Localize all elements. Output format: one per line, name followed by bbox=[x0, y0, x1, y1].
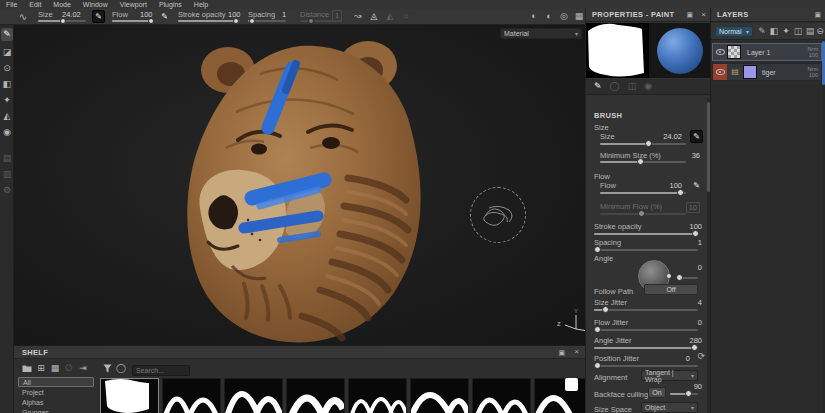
grid-view-icon[interactable]: ▦ bbox=[48, 364, 62, 373]
add-paint-layer-icon[interactable]: ✎ bbox=[757, 27, 767, 36]
layer-row-layer1[interactable]: Layer 1 Nrm 100 bbox=[712, 43, 822, 61]
flow-jitter-value[interactable]: 0 bbox=[698, 318, 702, 327]
add-effect-icon[interactable]: ✦ bbox=[781, 27, 791, 36]
snap-icon[interactable]: ⌗ bbox=[400, 12, 412, 21]
menu-plugins[interactable]: Plugins bbox=[153, 0, 188, 9]
polygon-fill-tool-icon[interactable]: ◧ bbox=[1, 78, 13, 90]
spacing-value[interactable]: 1 bbox=[698, 238, 702, 247]
layer-opacity[interactable]: 100 bbox=[808, 52, 818, 59]
tab-stencil-icon[interactable]: ◉ bbox=[644, 82, 652, 91]
shelf-item[interactable] bbox=[100, 378, 159, 413]
min-size-slider[interactable] bbox=[600, 161, 686, 163]
brush-stamp-preview-icon[interactable]: ∿ bbox=[16, 11, 30, 23]
shelf-item[interactable] bbox=[224, 378, 283, 413]
import-resource-icon[interactable]: ⇥ bbox=[76, 364, 90, 373]
environment-icon[interactable]: ◐ bbox=[543, 12, 555, 21]
category-grunges[interactable]: Grunges bbox=[18, 407, 94, 413]
angle-slider[interactable] bbox=[676, 277, 698, 279]
toolbar-spacing-slider[interactable] bbox=[248, 20, 286, 22]
menu-edit[interactable]: Edit bbox=[23, 0, 47, 9]
menu-help[interactable]: Help bbox=[188, 0, 214, 9]
category-project[interactable]: Project bbox=[18, 387, 94, 397]
position-jitter-refresh-icon[interactable]: ⟳ bbox=[697, 352, 705, 361]
material-preview[interactable] bbox=[649, 23, 711, 78]
lion-head-model[interactable] bbox=[140, 28, 460, 345]
smudge-tool-icon[interactable]: ✦ bbox=[1, 94, 13, 106]
shelf-item[interactable] bbox=[162, 378, 221, 413]
camera-icon[interactable]: ◎ bbox=[558, 12, 570, 21]
menu-file[interactable]: File bbox=[0, 0, 23, 9]
category-alphas[interactable]: Alphas bbox=[18, 397, 94, 407]
close-icon[interactable]: × bbox=[701, 11, 706, 19]
add-group-icon[interactable]: ▤ bbox=[805, 27, 815, 36]
eraser-tool-icon[interactable]: ◪ bbox=[1, 46, 13, 58]
size-slider[interactable] bbox=[600, 143, 686, 145]
filter-funnel-icon[interactable] bbox=[100, 364, 114, 373]
category-all[interactable]: All bbox=[18, 377, 94, 387]
display-mode-icon[interactable]: ◖ bbox=[527, 12, 539, 21]
add-mask-icon[interactable]: ◫ bbox=[793, 27, 803, 36]
backface-culling-toggle[interactable]: On bbox=[648, 387, 666, 398]
viewport-3d[interactable]: Material ▾ Y X Z bbox=[14, 25, 585, 345]
backface-culling-slider[interactable] bbox=[670, 393, 698, 395]
dock-icon[interactable]: ▣ bbox=[814, 11, 821, 18]
delete-layer-icon[interactable]: ⊖ bbox=[815, 27, 825, 36]
paint-tool-icon[interactable]: ✎ bbox=[1, 28, 13, 41]
projection-tool-icon[interactable]: ⊙ bbox=[1, 62, 13, 74]
size-jitter-value[interactable]: 4 bbox=[698, 298, 702, 307]
group-folder-icon[interactable]: ▤ bbox=[729, 68, 741, 76]
shelf-item[interactable] bbox=[348, 378, 407, 413]
position-jitter-slider[interactable] bbox=[594, 365, 698, 367]
layer-thumbnail[interactable] bbox=[727, 45, 741, 59]
folder-icon[interactable] bbox=[20, 364, 34, 373]
alpha-preview[interactable] bbox=[586, 23, 649, 78]
size-pressure-toggle[interactable]: ✎ bbox=[92, 10, 105, 23]
menu-mode[interactable]: Mode bbox=[47, 0, 77, 9]
material-picker-tool-icon[interactable]: ◉ bbox=[1, 126, 13, 138]
tab-brush-icon[interactable]: ✎ bbox=[594, 82, 602, 91]
menu-viewport[interactable]: Viewport bbox=[114, 0, 153, 9]
visibility-toggle[interactable] bbox=[713, 49, 727, 55]
close-icon[interactable]: × bbox=[574, 348, 579, 356]
spacing-slider[interactable] bbox=[594, 249, 698, 251]
selection-circle-icon[interactable]: ◯ bbox=[114, 364, 128, 373]
layer-name[interactable]: tiger bbox=[762, 69, 808, 76]
settings-gear-icon[interactable]: ⚙ bbox=[1, 184, 13, 196]
toolbar-spacing-value[interactable]: 1 bbox=[282, 10, 286, 19]
flow-pressure-toggle[interactable]: ✎ bbox=[158, 10, 171, 23]
hide-labels-icon[interactable]: ∅ bbox=[62, 364, 76, 373]
screenshot-icon[interactable]: ▦ bbox=[573, 12, 585, 21]
min-size-value[interactable]: 36 bbox=[692, 151, 700, 160]
backface-culling-value[interactable]: 90 bbox=[694, 382, 702, 391]
new-page-icon[interactable]: ⊞ bbox=[34, 364, 48, 373]
radial-symmetry-icon[interactable]: ◭ bbox=[384, 12, 396, 21]
size-space-select[interactable]: Object ▾ bbox=[641, 402, 698, 413]
size-jitter-slider[interactable] bbox=[594, 309, 698, 311]
visibility-toggle[interactable] bbox=[713, 64, 727, 80]
layer-thumbnail[interactable] bbox=[743, 65, 757, 79]
size-pressure-button[interactable]: ✎ bbox=[690, 130, 703, 143]
layer-row-tiger[interactable]: ▤ tiger Nrm 100 bbox=[712, 63, 822, 81]
display-settings-icon[interactable]: ▤ bbox=[1, 152, 13, 164]
blend-mode-select[interactable]: Normal ▾ bbox=[715, 26, 753, 37]
shelf-item[interactable] bbox=[410, 378, 469, 413]
toolbar-size-slider[interactable] bbox=[38, 20, 86, 22]
shelf-item[interactable] bbox=[286, 378, 345, 413]
toolbar-stroke-opacity-slider[interactable] bbox=[178, 20, 240, 22]
dock-icon[interactable]: ▣ bbox=[686, 11, 693, 18]
axis-gizmo[interactable]: Y X Z bbox=[554, 305, 585, 343]
add-fill-layer-icon[interactable]: ◧ bbox=[769, 27, 779, 36]
clone-tool-icon[interactable]: ◭ bbox=[1, 110, 13, 122]
tab-particles-icon[interactable]: ◯ bbox=[610, 82, 620, 91]
material-mode-select[interactable]: Material ▾ bbox=[500, 28, 582, 39]
search-input[interactable] bbox=[132, 365, 190, 376]
menu-window[interactable]: Window bbox=[77, 0, 114, 9]
flow-jitter-slider[interactable] bbox=[594, 329, 698, 331]
angle-jitter-slider[interactable] bbox=[594, 347, 698, 349]
shader-settings-icon[interactable]: ▥ bbox=[1, 168, 13, 180]
flow-slider[interactable] bbox=[600, 192, 686, 194]
size-value[interactable]: 24.02 bbox=[663, 132, 682, 141]
angle-value[interactable]: 0 bbox=[698, 263, 702, 272]
tab-alpha-icon[interactable]: ◫ bbox=[628, 82, 637, 91]
stroke-opacity-slider[interactable] bbox=[594, 233, 698, 235]
